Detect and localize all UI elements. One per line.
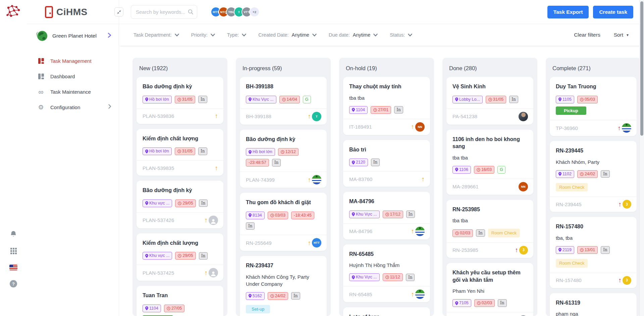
app-root: ? CiHMS Green Planet Hotel Task Mana	[0, 0, 644, 316]
task-card[interactable]: Bảo trì2120InMA-83760↑	[343, 140, 430, 187]
sidebar-item-task-maintenance[interactable]: ∞Task Maintenance	[27, 84, 119, 99]
sidebar-item-label: Configuration	[50, 104, 108, 110]
footer-icons: ↑	[618, 123, 632, 133]
user-avatar[interactable]	[8, 296, 19, 307]
filter-label: Priority:	[191, 32, 208, 38]
search-input[interactable]	[131, 5, 197, 19]
clock-icon	[270, 294, 274, 298]
collapse-sidebar-button[interactable]	[114, 7, 123, 16]
assignee-flag-avatar	[415, 227, 425, 236]
card-footer: PLAN-74399↑	[240, 172, 327, 188]
filter-due-date[interactable]: Due date:Anytime	[329, 32, 378, 38]
task-card[interactable]: Bão dưỡng định kỳKhu vực ...29/05InPLAN-…	[137, 181, 223, 228]
language-us-flag-icon[interactable]	[9, 263, 18, 272]
clear-filters-button[interactable]: Clear filters	[574, 32, 600, 38]
filter-type[interactable]: Type:	[227, 32, 246, 38]
map-pin-icon	[145, 97, 148, 101]
tag-row: Khu Vực ...14/04G	[246, 96, 321, 103]
map-pin-icon	[145, 254, 148, 258]
task-card[interactable]: RN-239437Khách Nhóm Công Ty, Party Under…	[240, 256, 327, 316]
map-pin-icon	[249, 294, 252, 298]
sidebar-item-dashboard[interactable]: Dashboard	[27, 69, 119, 84]
chevron-down-icon	[211, 32, 215, 38]
clock-icon	[580, 172, 584, 176]
filter-task-department[interactable]: Task Department:	[133, 32, 179, 38]
task-card[interactable]: MA-84796Khu Vực ...17/12InMA-84796↑	[343, 192, 430, 239]
column-header: On-hold (19)	[339, 58, 434, 77]
task-card[interactable]: Khách yêu cầu setup thêm gối và khăn tắm…	[446, 263, 533, 316]
location-tag: 7105	[452, 299, 471, 307]
task-card[interactable]: Bão dưỡng định kỳHồ bơi lớn31/05InPLAN-5…	[137, 77, 223, 124]
task-card[interactable]: Kiểm định chất lượngHồ bơi lớn31/05InPLA…	[137, 129, 223, 176]
in-tag: In	[406, 274, 415, 281]
g-tag: G	[303, 96, 311, 103]
filter-value: Anytime	[292, 32, 309, 38]
task-card[interactable]: Kiểm định chất lượngKhu vực ...29/05InPL…	[137, 233, 223, 281]
filter-label: Created Date:	[258, 32, 288, 38]
task-card[interactable]: RN-253985tba tba02/03InRoom CheckRN-2539…	[446, 200, 533, 258]
tag-row: Room Check	[556, 259, 631, 268]
filter-bar: Task Department:Priority:Type:Created Da…	[119, 24, 644, 46]
filter-label: Task Department:	[133, 32, 172, 38]
scrollbar-thumb[interactable]	[640, 1, 643, 136]
due-date-tag: 02/03	[452, 229, 473, 237]
task-card[interactable]: Vệ Sinh KínhLobby Lo...31/05InPA-541238	[446, 77, 533, 125]
sort-button[interactable]: Sort ▼	[614, 32, 629, 38]
tag-row: 110224/02In	[556, 170, 631, 178]
main-content: HTTNTQTBLTVTT+2 Task Export Create task …	[119, 0, 644, 316]
filter-priority[interactable]: Priority:	[191, 32, 215, 38]
task-card[interactable]: RN-239445Khách Nhóm, Party110224/02InRoo…	[550, 141, 637, 212]
filter-status[interactable]: Status:	[390, 32, 412, 38]
task-card[interactable]: BH-399188Khu Vực ...14/04GBH-399188↑T	[240, 77, 327, 125]
location-tag: Hồ bơi lớn	[143, 147, 172, 155]
priority-arrow-icon: ↑	[308, 177, 311, 183]
room-check-tag: Room Check	[488, 229, 520, 237]
task-id: PA-541238	[452, 114, 477, 119]
task-card[interactable]: Thay chuột máy tínhtba tba110427/01InIT-…	[343, 77, 430, 135]
chevron-down-icon	[373, 32, 378, 38]
task-id: MA-84796	[349, 228, 372, 234]
task-card[interactable]: RN-157480tba, tba211913/01InRoom CheckRN…	[550, 217, 637, 288]
task-card[interactable]: Bão dưỡng định kỳHồ bơi lớn12/12-23:48:5…	[240, 130, 327, 188]
assignee-flag-avatar	[622, 123, 631, 133]
card-footer: TP-36960↑	[550, 120, 637, 136]
column-on-hold: On-hold (19)Thay chuột máy tínhtba tba11…	[339, 58, 434, 316]
footer-icons: NN	[518, 182, 528, 191]
task-subtitle: tba tba	[349, 94, 424, 101]
clock-icon	[373, 108, 377, 112]
task-id: RN-65485	[349, 291, 372, 297]
priority-arrow-icon: ↑	[215, 165, 218, 171]
filter-created-date[interactable]: Created Date:Anytime	[258, 32, 317, 38]
task-id: IT-189491	[349, 124, 372, 130]
apps-grid-icon[interactable]	[9, 246, 18, 255]
task-card[interactable]: Tuan Tran110427/05Pickup	[137, 286, 223, 316]
clock-icon	[282, 98, 286, 101]
task-subtitle: Khách Nhóm, Party	[556, 159, 631, 166]
priority-arrow-icon: ↑	[411, 291, 415, 298]
task-card[interactable]: Thu gom đồ khách đi giặt813403/03-18:43:…	[240, 193, 327, 251]
help-icon[interactable]: ?	[9, 279, 18, 288]
tag-row: Khu vực ...29/05In	[143, 252, 217, 260]
task-card[interactable]: RN-65485Huỳnh Thị Hồng ThắmKhu Vực ...11…	[343, 244, 430, 303]
location-tag: Hồ bơi lớn	[246, 148, 275, 156]
task-card[interactable]: Lots of lugs	[343, 307, 430, 316]
sidebar-item-task-management[interactable]: Task Management	[27, 53, 119, 69]
notifications-bell-icon[interactable]	[9, 230, 18, 239]
map-pin-icon	[352, 161, 355, 165]
member-avatar[interactable]: +2	[249, 7, 260, 17]
task-id: TP-36960	[556, 125, 578, 131]
task-id: PLAN-537426	[143, 217, 174, 223]
hotel-selector[interactable]: Green Planet Hotel	[27, 24, 119, 48]
task-export-button[interactable]: Task Export	[547, 6, 589, 18]
sidebar-item-configuration[interactable]: ⚙Configuration	[27, 99, 119, 115]
location-tag: Lobby Lo...	[452, 96, 483, 103]
column-done: Done (280)Vệ Sinh KínhLobby Lo...31/05In…	[442, 58, 537, 316]
create-task-button[interactable]: Create task	[593, 6, 633, 18]
location-tag: 1105	[556, 96, 574, 103]
task-card[interactable]: RN-61319pham nga111303/12InRoom Check	[550, 293, 637, 316]
task-card[interactable]: 1106 inh den ho boi khong sangtba tba110…	[446, 130, 533, 195]
assignee-avatar: HTT	[312, 238, 321, 247]
task-card[interactable]: Duy Tan Truong110505/03PickupTP-36960↑	[550, 77, 637, 136]
assignee-avatar: T	[312, 112, 321, 121]
task-title: RN-239445	[556, 147, 631, 154]
